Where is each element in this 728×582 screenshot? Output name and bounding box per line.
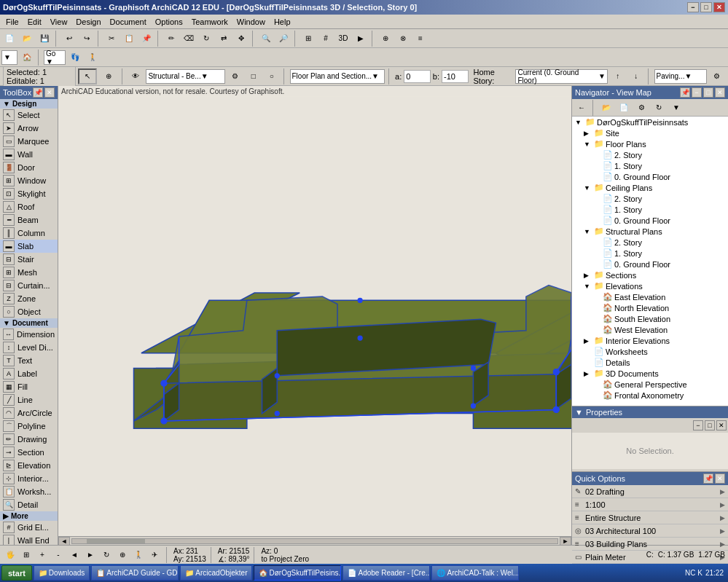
menu-options[interactable]: Options [151, 16, 187, 28]
menu-window[interactable]: Window [232, 16, 270, 28]
tool-detail[interactable]: 🔍 Detail [0, 498, 58, 511]
zoom-fit-btn[interactable]: ⊞ [19, 548, 34, 562]
more-section[interactable]: ▶More [0, 511, 58, 521]
rotate3d-btn[interactable]: ↻ [99, 548, 114, 562]
prop-max-btn[interactable]: □ [705, 420, 715, 430]
nav-open-btn[interactable]: 📂 [598, 100, 614, 116]
go-dd[interactable]: Go ▼ [44, 50, 66, 65]
tb2-btn2[interactable]: 👣 [67, 50, 83, 66]
undo-btn[interactable]: ↩ [61, 31, 77, 47]
tree-item-elevations[interactable]: ▼ 📁 Elevations [572, 280, 728, 291]
save-btn[interactable]: 💾 [36, 31, 52, 47]
tree-item-frontalaxo[interactable]: 🏠 Frontal Axonometry [572, 390, 728, 401]
eye-btn[interactable]: 👁 [128, 68, 144, 84]
misc2-btn[interactable]: ⊗ [395, 31, 411, 47]
tree-item-cp-1[interactable]: 📄 1. Story [572, 204, 728, 215]
taskbar-arcicad-objekter[interactable]: 📁 ArcicadObjekter [180, 565, 252, 581]
view-type-dd[interactable]: ▼ [1, 50, 17, 65]
tree-item-sp-2[interactable]: 📄 2. Story [572, 237, 728, 248]
scroll-left-btn[interactable]: ◄ [58, 537, 70, 546]
toolbox-pin-btn[interactable]: 📌 [33, 87, 43, 98]
tool-interior[interactable]: ⊹ Interior... [0, 472, 58, 485]
tool-fill[interactable]: ▦ Fill [0, 380, 58, 393]
tool-line[interactable]: ╱ Line [0, 393, 58, 406]
tool-dimension[interactable]: ↔ Dimension [0, 328, 58, 341]
tool-worksh[interactable]: 📋 Worksh... [0, 485, 58, 498]
design-section[interactable]: ▼Design [0, 99, 58, 109]
menu-edit[interactable]: Edit [23, 16, 46, 28]
tree-item-fp-0[interactable]: 📄 0. Ground Floor [572, 171, 728, 182]
nav-min-btn[interactable]: − [692, 87, 702, 98]
qo-item-scale[interactable]: ≡ 1:100 ▶ [572, 498, 728, 511]
tool-mesh[interactable]: ⊞ Mesh [0, 266, 58, 279]
nav-max-btn[interactable]: □ [703, 87, 713, 98]
3d-btn[interactable]: 3D [335, 31, 351, 47]
document-section[interactable]: ▼Document [0, 318, 58, 328]
nav-refresh-btn[interactable]: ↻ [651, 100, 667, 116]
tool-polyline[interactable]: ⌒ Polyline [0, 420, 58, 433]
tool-column[interactable]: ║ Column [0, 227, 58, 240]
taskbar-adobe[interactable]: 📄 Adobe Reader - [Cre... [343, 565, 430, 581]
tool-arc[interactable]: ◠ Arc/Circle [0, 406, 58, 420]
tool-skylight[interactable]: ⊡ Skylight [0, 187, 58, 200]
start-button[interactable]: start [1, 565, 32, 581]
fly-btn[interactable]: ✈ [147, 548, 162, 562]
menu-view[interactable]: View [46, 16, 72, 28]
open-btn[interactable]: 📂 [19, 31, 35, 47]
menu-design[interactable]: Design [71, 16, 105, 28]
tree-item-floorplans[interactable]: ▼ 📁 Floor Plans [572, 138, 728, 149]
tree-item-structuralplans[interactable]: ▼ 📁 Structural Plans [572, 226, 728, 237]
zoom-out-btn[interactable]: 🔎 [275, 31, 291, 47]
tree-item-east[interactable]: 🏠 East Elevation [572, 291, 728, 302]
tool-text[interactable]: T Text [0, 354, 58, 367]
material-settings-btn[interactable]: ⚙ [709, 68, 725, 84]
tool-arrow[interactable]: ➤ Arrow [0, 122, 58, 135]
mirror-btn[interactable]: ⇄ [216, 31, 232, 47]
taskbar-downloads[interactable]: 📁 Downloads [34, 565, 90, 581]
tool-object[interactable]: ○ Object [0, 305, 58, 318]
nav-back-btn[interactable]: ← [574, 100, 590, 116]
orbit-btn[interactable]: ⊕ [115, 548, 130, 562]
h-scrollbar-thumb[interactable] [87, 539, 145, 543]
scroll-right-btn[interactable]: ► [560, 537, 571, 546]
move-btn[interactable]: ✥ [233, 31, 249, 47]
taskbar-archicad-talk[interactable]: 🌐 ArchiCAD-Talk : Wel... [431, 565, 519, 581]
grid-btn[interactable]: # [318, 31, 334, 47]
tool-wall[interactable]: ▬ Wall [0, 148, 58, 161]
tree-item-cp-2[interactable]: 📄 2. Story [572, 193, 728, 204]
tool-door[interactable]: 🚪 Door [0, 161, 58, 174]
tree-item-fp-1[interactable]: 📄 1. Story [572, 160, 728, 171]
menu-teamwork[interactable]: Teamwork [187, 16, 232, 28]
material-dropdown[interactable]: Paving... ▼ [654, 69, 707, 84]
tb2-btn1[interactable]: 🏠 [19, 50, 35, 66]
tree-item-details[interactable]: 📄 Details [572, 357, 728, 368]
pencil-btn[interactable]: ✏ [163, 31, 179, 47]
tool-label[interactable]: A Label [0, 367, 58, 380]
tb2-btn3[interactable]: 🚶 [85, 50, 101, 66]
h-scrollbar[interactable]: ◄ ► [58, 536, 571, 545]
taskbar-dorskuff[interactable]: 🏠 DørOgSkuffTilPeisins... [254, 565, 341, 581]
magic-wand-btn[interactable]: ⊕ [99, 68, 118, 84]
tool-section[interactable]: ⊸ Section [0, 446, 58, 459]
paste-btn[interactable]: 📌 [138, 31, 154, 47]
tool-marquee[interactable]: ▭ Marquee [0, 135, 58, 148]
zoom-in2-btn[interactable]: + [35, 548, 50, 562]
close-button[interactable]: ✕ [713, 2, 725, 12]
tool-roof[interactable]: △ Roof [0, 200, 58, 213]
qo-item-structure[interactable]: ≡ Entire Structure ▶ [572, 511, 728, 524]
tree-item-site[interactable]: ▶ 📁 Site [572, 127, 728, 138]
tool-slab[interactable]: ▬ Slab [0, 240, 58, 253]
nav-close-btn[interactable]: ✕ [715, 87, 725, 98]
menu-help[interactable]: Help [270, 16, 295, 28]
nav-pin-btn[interactable]: 📌 [680, 87, 690, 98]
qo-close-btn[interactable]: ✕ [715, 473, 725, 484]
prop-close-btn[interactable]: ✕ [716, 420, 727, 430]
tree-item-genperspective[interactable]: 🏠 General Perspective [572, 379, 728, 390]
prop-min-btn[interactable]: − [693, 420, 703, 430]
tree-item-root[interactable]: ▼ 📁 DørOgSkuffTilPeisinnsats [572, 117, 728, 127]
view-dropdown[interactable]: Floor Plan and Section... ▼ [290, 69, 385, 84]
taskbar-archicad-guide[interactable]: 📋 ArchiCAD Guide - GDL [91, 565, 179, 581]
tree-item-sp-0[interactable]: 📄 0. Ground Floor [572, 259, 728, 270]
h-scrollbar-track[interactable] [71, 538, 558, 544]
zoom-in-btn[interactable]: 🔍 [258, 31, 274, 47]
